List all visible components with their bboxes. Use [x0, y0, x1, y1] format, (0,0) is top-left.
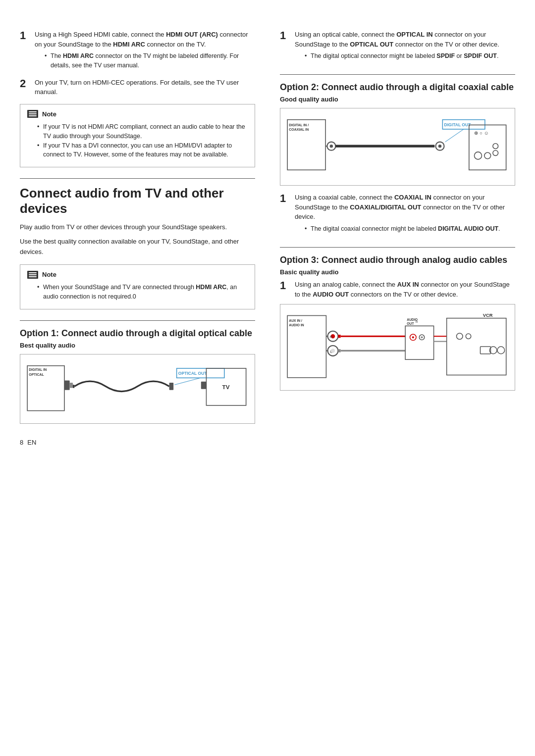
coaxial-diagram-svg: DIGITAL IN / COAXIAL IN DIGITAL OUT	[286, 114, 509, 178]
svg-point-59	[466, 334, 471, 339]
coaxial-diagram-box: DIGITAL IN / COAXIAL IN DIGITAL OUT	[280, 108, 515, 186]
coaxial-step-1-text: Using a coaxial cable, connect the COAXI…	[295, 193, 515, 236]
step-1-text: Using a High Speed HDMI cable, connect t…	[35, 30, 255, 73]
section-divider-3	[280, 74, 515, 75]
note-icon-2	[27, 271, 38, 279]
svg-point-21	[438, 145, 441, 148]
step-2-block: 2 On your TV, turn on HDMI-CEC operation…	[20, 78, 255, 97]
note-icon-2-line-2	[29, 274, 37, 275]
section-divider-4	[280, 247, 515, 248]
page-number: 8	[20, 439, 23, 446]
note-box-2: Note When your SoundStage and TV are con…	[20, 264, 255, 309]
optical-diagram-svg: DIGITAL IN OPTICAL OPTICAL OUT TV	[26, 360, 249, 416]
svg-rect-42	[338, 335, 340, 338]
svg-rect-3	[64, 381, 70, 390]
svg-text:DIGITAL IN: DIGITAL IN	[29, 368, 47, 372]
page-lang: EN	[27, 439, 36, 446]
coaxial-step-1-bullet-1: The digital coaxial connector might be l…	[305, 224, 515, 234]
analog-diagram-box: AUX IN / AUDIO IN R L	[280, 304, 515, 391]
svg-line-9	[174, 378, 200, 385]
svg-rect-13	[287, 120, 325, 170]
section-divider-2	[20, 320, 255, 321]
analog-step-1-text: Using an analog cable, connect the AUX I…	[295, 280, 515, 299]
step-1-number: 1	[20, 30, 31, 73]
svg-rect-6	[169, 383, 174, 390]
note-icon-2-line-3	[29, 276, 37, 277]
step-2-number: 2	[20, 78, 31, 97]
svg-point-28	[493, 144, 498, 149]
option-2-title: Option 2: Connect audio through a digita…	[280, 82, 515, 93]
svg-text:AUDIO IN: AUDIO IN	[289, 323, 304, 327]
right-step-1-text: Using an optical cable, connect the OPTI…	[295, 30, 515, 63]
right-step-1-number: 1	[280, 30, 291, 63]
note-icon-2-line-1	[29, 272, 37, 273]
analog-step-1-number: 1	[280, 280, 291, 299]
svg-text:COAXIAL IN: COAXIAL IN	[289, 128, 309, 131]
svg-point-26	[475, 152, 482, 159]
right-column: 1 Using an optical cable, connect the OP…	[275, 30, 515, 756]
svg-text:VCR: VCR	[483, 312, 493, 318]
coaxial-step-1-number: 1	[280, 193, 291, 236]
svg-rect-4	[70, 383, 73, 388]
svg-rect-44	[338, 349, 340, 352]
svg-rect-56	[447, 318, 506, 375]
step-2-text: On your TV, turn on HDMI-CEC operations.…	[35, 78, 255, 97]
svg-text:L: L	[330, 350, 332, 354]
svg-point-58	[457, 333, 463, 340]
svg-text:DIGITAL IN /: DIGITAL IN /	[289, 123, 309, 127]
svg-text:R: R	[416, 320, 418, 323]
section-body-2: Use the best quality connection availabl…	[20, 237, 255, 257]
coaxial-step-1-block: 1 Using a coaxial cable, connect the COA…	[280, 193, 515, 236]
note-2-bullet-1: When your SoundStage and TV are connecte…	[37, 283, 248, 302]
svg-text:OPTICAL: OPTICAL	[29, 373, 44, 376]
step-1-bullet-1: The HDMI ARC connector on the TV might b…	[45, 51, 255, 70]
svg-text:OUT: OUT	[407, 322, 414, 325]
svg-point-51	[412, 336, 414, 338]
page-footer: 8 EN	[20, 439, 255, 446]
note-1-bullet-1: If your TV is not HDMI ARC compliant, co…	[37, 122, 248, 141]
note-icon-line-1	[29, 111, 37, 112]
svg-rect-60	[481, 347, 491, 354]
svg-point-29	[493, 151, 498, 156]
note-1-bullets: If your TV is not HDMI ARC compliant, co…	[37, 122, 248, 159]
svg-text:AUX IN /: AUX IN /	[289, 319, 302, 322]
option-3-quality: Basic quality audio	[280, 268, 515, 276]
svg-rect-46	[405, 326, 433, 359]
left-column: 1 Using a High Speed HDMI cable, connect…	[20, 30, 260, 756]
svg-text:R: R	[330, 335, 332, 339]
svg-text:TV: TV	[222, 384, 230, 390]
analog-step-1-block: 1 Using an analog cable, connect the AUX…	[280, 280, 515, 299]
svg-point-17	[330, 145, 333, 148]
svg-line-24	[445, 129, 464, 142]
svg-text:⊕ ○ ☺: ⊕ ○ ☺	[475, 130, 489, 136]
note-box-1: Note If your TV is not HDMI ARC complian…	[20, 104, 255, 168]
svg-text:OPTICAL OUT: OPTICAL OUT	[178, 371, 208, 376]
note-header-2: Note	[27, 270, 248, 280]
note-icon-1	[27, 110, 38, 118]
analog-diagram-svg: AUX IN / AUDIO IN R L	[286, 310, 509, 383]
section-divider-1	[20, 178, 255, 179]
option-3-title: Option 3: Connect audio through analog a…	[280, 254, 515, 266]
note-icon-line-3	[29, 115, 37, 116]
svg-rect-12	[201, 382, 207, 389]
svg-text:DIGITAL OUT: DIGITAL OUT	[444, 122, 472, 127]
coaxial-step-1-bullets: The digital coaxial connector might be l…	[305, 224, 515, 234]
right-step-1-bullet-1: The digital optical connector might be l…	[305, 51, 515, 61]
note-icon-line-2	[29, 113, 37, 114]
svg-point-53	[421, 336, 423, 338]
right-step-1-bullets: The digital optical connector might be l…	[305, 51, 515, 61]
note-1-bullet-2: If your TV has a DVI connector, you can …	[37, 141, 248, 160]
section-body-1: Play audio from TV or other devices thro…	[20, 222, 255, 233]
note-2-bullets: When your SoundStage and TV are connecte…	[37, 283, 248, 302]
step-1-bullets: The HDMI ARC connector on the TV might b…	[45, 51, 255, 70]
svg-point-62	[497, 347, 505, 354]
svg-point-27	[484, 152, 491, 159]
option-2-quality: Good quality audio	[280, 96, 515, 103]
section-main-title: Connect audio from TV and other devices	[20, 186, 255, 216]
svg-rect-5	[73, 385, 74, 388]
step-1-block: 1 Using a High Speed HDMI cable, connect…	[20, 30, 255, 73]
right-step-1-block: 1 Using an optical cable, connect the OP…	[280, 30, 515, 63]
page: 1 Using a High Speed HDMI cable, connect…	[0, 15, 535, 756]
optical-diagram-box: DIGITAL IN OPTICAL OPTICAL OUT TV	[20, 354, 255, 424]
note-header-1: Note	[27, 109, 248, 119]
